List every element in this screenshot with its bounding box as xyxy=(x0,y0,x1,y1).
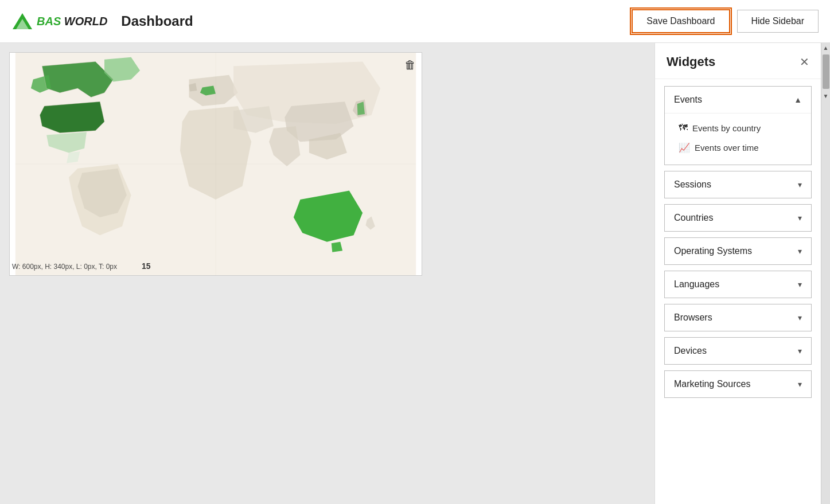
logo-text: BAS WORLD xyxy=(37,15,107,28)
main-layout: 🗑 xyxy=(0,43,830,504)
logo-icon xyxy=(11,12,33,30)
map-widget: 🗑 xyxy=(9,52,422,276)
accordion-label-events: Events xyxy=(674,95,702,105)
chevron-icon-countries: ▾ xyxy=(798,213,802,222)
scroll-down-arrow[interactable]: ▼ xyxy=(821,91,831,100)
sidebar: Widgets ✕ Events▲🗺Events by country📈Even… xyxy=(654,43,821,504)
accordion-header-languages[interactable]: Languages▾ xyxy=(665,271,811,298)
save-dashboard-button[interactable]: Save Dashboard xyxy=(632,9,730,33)
scroll-thumb[interactable] xyxy=(823,54,829,89)
world-map-svg xyxy=(10,53,422,275)
chevron-icon-sessions: ▾ xyxy=(798,180,802,189)
map-widget-inner: 🗑 xyxy=(10,53,422,275)
app-header: BAS WORLD Dashboard Save Dashboard Hide … xyxy=(0,0,830,43)
sidebar-content[interactable]: Events▲🗺Events by country📈Events over ti… xyxy=(655,79,821,504)
chevron-icon-languages: ▾ xyxy=(798,280,802,289)
scroll-up-arrow[interactable]: ▲ xyxy=(821,43,831,52)
chevron-icon-operating-systems: ▾ xyxy=(798,247,802,256)
sidebar-close-button[interactable]: ✕ xyxy=(800,55,809,69)
accordion-header-devices[interactable]: Devices▾ xyxy=(665,338,811,364)
header-left: BAS WORLD Dashboard xyxy=(11,12,193,30)
accordion-header-browsers[interactable]: Browsers▾ xyxy=(665,304,811,331)
accordion-label-marketing-sources: Marketing Sources xyxy=(674,379,750,389)
hide-sidebar-button[interactable]: Hide Sidebar xyxy=(737,10,819,33)
chevron-icon-marketing-sources: ▾ xyxy=(798,380,802,389)
sub-item-icon-events-by-country: 🗺 xyxy=(679,123,688,133)
sub-item-icon-events-over-time: 📈 xyxy=(679,142,690,153)
scrollbar-rail: ▲ ▼ xyxy=(821,43,830,504)
accordion-body-events: 🗺Events by country📈Events over time xyxy=(665,113,811,165)
accordion-header-events[interactable]: Events▲ xyxy=(665,87,811,113)
delete-widget-button[interactable]: 🗑 xyxy=(404,58,416,72)
accordion-sub-item-events-over-time[interactable]: 📈Events over time xyxy=(676,138,802,158)
header-right: Save Dashboard Hide Sidebar xyxy=(632,9,819,33)
accordion-item-languages: Languages▾ xyxy=(664,271,812,298)
sub-item-label-events-by-country: Events by country xyxy=(692,123,761,133)
accordion-item-sessions: Sessions▾ xyxy=(664,171,812,198)
accordion-item-operating-systems: Operating Systems▾ xyxy=(664,237,812,265)
accordion-sub-item-events-by-country[interactable]: 🗺Events by country xyxy=(676,118,802,138)
accordion-header-sessions[interactable]: Sessions▾ xyxy=(665,171,811,198)
sidebar-header: Widgets ✕ xyxy=(655,43,821,79)
accordion-label-browsers: Browsers xyxy=(674,312,712,323)
accordion-item-countries: Countries▾ xyxy=(664,204,812,232)
accordion-label-countries: Countries xyxy=(674,213,713,223)
accordion-header-operating-systems[interactable]: Operating Systems▾ xyxy=(665,238,811,264)
dashboard-content: 🗑 xyxy=(0,43,654,504)
map-badge: 15 xyxy=(142,261,151,271)
map-info: W: 600px, H: 340px, L: 0px, T: 0px xyxy=(12,263,117,271)
sidebar-title: Widgets xyxy=(667,54,715,69)
accordion-label-languages: Languages xyxy=(674,279,719,290)
page-title: Dashboard xyxy=(121,13,193,29)
sub-item-label-events-over-time: Events over time xyxy=(695,143,759,153)
accordion-label-operating-systems: Operating Systems xyxy=(674,246,752,256)
logo: BAS WORLD xyxy=(11,12,107,30)
accordion-item-marketing-sources: Marketing Sources▾ xyxy=(664,370,812,398)
accordion-label-devices: Devices xyxy=(674,346,707,356)
chevron-icon-events: ▲ xyxy=(794,95,802,104)
accordion-item-browsers: Browsers▾ xyxy=(664,304,812,331)
accordion-item-events: Events▲🗺Events by country📈Events over ti… xyxy=(664,86,812,165)
accordion-label-sessions: Sessions xyxy=(674,179,711,190)
chevron-icon-browsers: ▾ xyxy=(798,313,802,322)
accordion-item-devices: Devices▾ xyxy=(664,337,812,365)
chevron-icon-devices: ▾ xyxy=(798,346,802,355)
accordion-header-marketing-sources[interactable]: Marketing Sources▾ xyxy=(665,371,811,397)
accordion-header-countries[interactable]: Countries▾ xyxy=(665,205,811,231)
